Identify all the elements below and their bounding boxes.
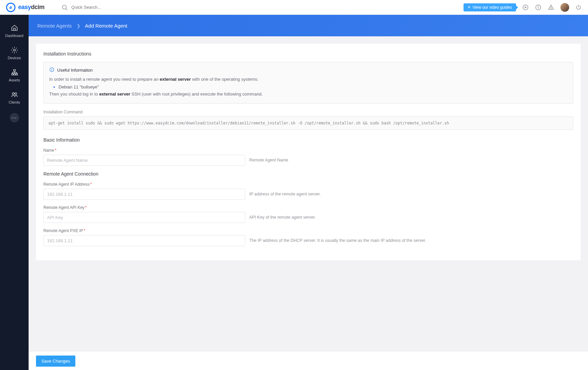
sidebar-item-dashboard[interactable]: Dashboard xyxy=(0,21,29,41)
ip-label: Remote Agent IP Address* xyxy=(43,182,573,187)
sidebar-item-devices[interactable]: Devices xyxy=(0,43,29,63)
info-box: Useful Information In order to install a… xyxy=(43,62,573,104)
users-icon xyxy=(11,91,18,98)
search-input[interactable] xyxy=(71,5,139,10)
section-install-title: Installation Instructions xyxy=(43,51,573,57)
ip-help: IP address of the remote agent server. xyxy=(249,192,321,196)
name-label: Name* xyxy=(43,148,573,153)
form-card: Installation Instructions Useful Informa… xyxy=(36,44,581,260)
page-header: Remote Agents ❯ Add Remote Agent xyxy=(29,15,588,36)
close-icon: ✕ xyxy=(468,5,471,9)
pxe-input[interactable] xyxy=(43,235,245,246)
install-command[interactable]: apt-get install sudo && sudo wget https:… xyxy=(43,116,573,130)
info-title: Useful Information xyxy=(57,68,93,73)
info-icon xyxy=(49,67,54,73)
svg-point-19 xyxy=(52,69,52,69)
svg-line-1 xyxy=(66,8,67,10)
topbar: e easydcim ✕ View our video guides xyxy=(0,0,588,15)
content-area: Installation Instructions Useful Informa… xyxy=(29,36,588,351)
svg-point-6 xyxy=(538,6,539,6)
info-line-2: Then you should log in to external serve… xyxy=(49,91,567,98)
gear-icon xyxy=(11,46,18,54)
svg-marker-3 xyxy=(525,6,526,8)
more-button[interactable]: ••• xyxy=(10,113,19,122)
section-basic-title: Basic Information xyxy=(43,137,573,143)
breadcrumb: Remote Agents ❯ Add Remote Agent xyxy=(37,23,127,29)
api-help: API Key of the remote agent server. xyxy=(249,215,316,220)
sidebar-item-label: Clients xyxy=(9,100,20,104)
sidebar-item-label: Dashboard xyxy=(5,34,24,38)
home-icon xyxy=(11,24,18,32)
sidebar-item-clients[interactable]: Clients xyxy=(0,87,29,108)
api-label: Remote Agent API Key* xyxy=(43,205,573,210)
pxe-label: Remote Agent PXE IP* xyxy=(43,228,573,233)
play-icon[interactable] xyxy=(522,4,529,11)
quick-search[interactable] xyxy=(61,4,139,11)
video-guides-button[interactable]: ✕ View our video guides xyxy=(464,3,516,11)
api-input[interactable] xyxy=(43,212,245,223)
info-icon[interactable] xyxy=(535,4,542,11)
svg-point-15 xyxy=(12,93,14,95)
ip-input[interactable] xyxy=(43,189,245,200)
logo-text: easydcim xyxy=(18,4,44,11)
video-guides-label: View our video guides xyxy=(473,5,512,10)
network-icon xyxy=(11,69,18,76)
alert-icon[interactable] xyxy=(548,4,554,11)
name-input[interactable] xyxy=(43,155,245,166)
breadcrumb-current: Add Remote Agent xyxy=(85,23,127,29)
pxe-help: The IP address of the DHCP server. It is… xyxy=(249,238,426,243)
svg-point-10 xyxy=(13,49,15,51)
chevron-right-icon: ❯ xyxy=(77,23,80,28)
sidebar-item-label: Devices xyxy=(8,56,21,60)
info-line-1: In order to install a remote agent you n… xyxy=(49,76,567,83)
svg-point-8 xyxy=(551,8,551,9)
avatar[interactable] xyxy=(560,3,569,12)
info-os-item: Debian 11 "bullseye" xyxy=(59,84,567,89)
logo[interactable]: e easydcim xyxy=(6,3,44,12)
save-button[interactable]: Save Changes xyxy=(36,356,75,367)
name-help: Remote Agent Name xyxy=(249,158,288,162)
sidebar-item-assets[interactable]: Assets xyxy=(0,65,29,85)
search-icon xyxy=(61,4,68,11)
svg-point-16 xyxy=(14,93,16,95)
logo-icon: e xyxy=(6,3,15,12)
power-icon[interactable] xyxy=(575,4,582,11)
footer: Save Changes xyxy=(29,351,588,370)
breadcrumb-link[interactable]: Remote Agents xyxy=(37,23,72,29)
section-connection-title: Remote Agent Connection xyxy=(43,171,573,177)
sidebar-item-label: Assets xyxy=(9,78,20,82)
sidebar: Dashboard Devices Assets Clients ••• xyxy=(0,15,29,370)
install-command-label: Installation Command xyxy=(43,110,573,114)
